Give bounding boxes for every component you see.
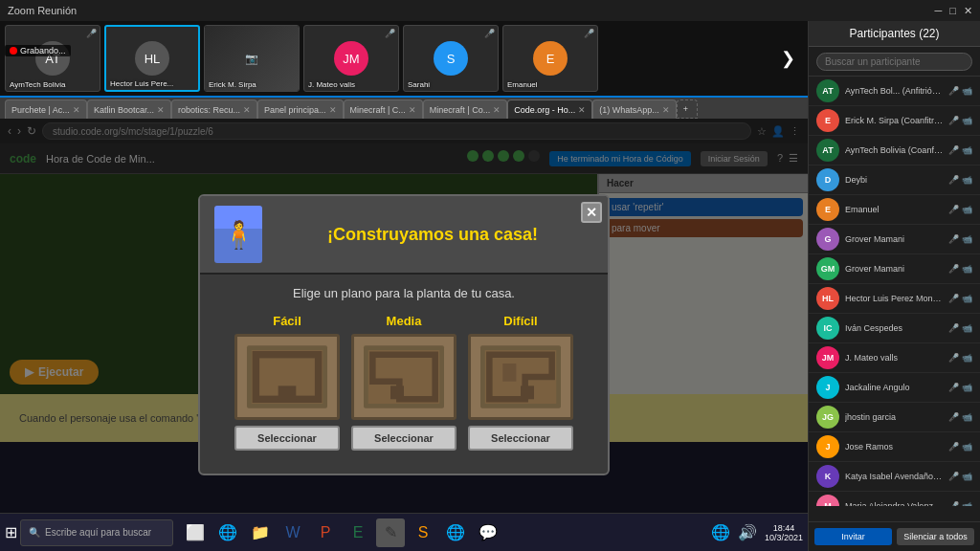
sketchbook-icon[interactable]: ✎ [376, 518, 405, 547]
browser-tab-7[interactable]: (1) WhatsApp... ✕ [592, 99, 677, 119]
restore-icon[interactable]: □ [949, 5, 956, 16]
participant-avatar: JG [816, 406, 839, 429]
participant-avatar: J [816, 435, 839, 458]
participant-icons: 🎤 📹 [948, 383, 972, 392]
tab-close-4[interactable]: ✕ [409, 105, 416, 115]
browser-tab-6[interactable]: Code.org - Ho... ✕ [507, 99, 592, 119]
mute-all-button[interactable]: Silenciar a todos [897, 528, 974, 545]
tab-label-3: Panel principa... [264, 105, 326, 115]
recording-label: Grabando... [20, 46, 66, 55]
select-hard-button[interactable]: Seleccionar [468, 426, 573, 451]
difficulty-easy: Fácil Seleccionar [234, 314, 340, 451]
participant-name: Hector Luis Perez Montaño [845, 294, 943, 303]
participant-name-5: Emanuel [507, 80, 538, 89]
browser-tab-3[interactable]: Panel principa... ✕ [257, 99, 344, 119]
mute-icon-0: 🎤 [86, 29, 97, 38]
participant-avatar: G [816, 228, 839, 251]
participant-avatar-3: JM [334, 41, 368, 76]
taskbar-search-label[interactable]: Escribe aquí para buscar [45, 527, 151, 538]
difficulty-easy-label: Fácil [273, 314, 301, 328]
tab-close-2[interactable]: ✕ [243, 105, 251, 115]
tab-close-6[interactable]: ✕ [578, 105, 586, 115]
search-icon: 🔍 [29, 527, 40, 538]
select-easy-button[interactable]: Seleccionar [234, 426, 340, 451]
difficulty-hard: Difícil Seleccionar [468, 314, 573, 451]
participant-item: J Jackaline Angulo 🎤 📹 [809, 373, 980, 403]
modal-close-button[interactable]: ✕ [581, 202, 602, 223]
participant-item: AT AynTech Bolivia (Coanfitrión) 🎤 📹 [809, 136, 980, 165]
browser-tab-0[interactable]: Purchete | Ac... ✕ [5, 99, 87, 119]
modal-title: ¡Construyamos una casa! [272, 225, 593, 245]
browser-tab-1[interactable]: Katlin Bootcar... ✕ [87, 99, 171, 119]
browser-tab-2[interactable]: robotics: Recu... ✕ [171, 99, 257, 119]
new-tab-button[interactable]: + [677, 99, 698, 119]
edge-icon[interactable]: 🌐 [213, 518, 242, 547]
participant-icons: 🎤 📹 [948, 412, 972, 422]
participant-name: Maria Alejandra Valenzuela [845, 501, 943, 506]
difficulty-hard-image [468, 334, 573, 420]
participant-avatar-5: E [533, 41, 568, 76]
taskbar: ⊞ 🔍 Escribe aquí para buscar ⬜ 🌐 📁 W P E… [0, 513, 808, 551]
participant-icons: 🎤 📹 [948, 264, 972, 274]
participant-avatar-1: HL [135, 41, 169, 76]
minimize-icon[interactable]: ─ [935, 5, 943, 16]
participant-item: D Deybi 🎤 📹 [809, 165, 980, 195]
invite-button[interactable]: Invitar [814, 528, 892, 545]
tab-close-1[interactable]: ✕ [157, 105, 165, 115]
participant-icons: 🎤 📹 [948, 323, 972, 333]
excel-icon[interactable]: E [344, 518, 372, 547]
participant-list: AT AynTech Bol... (Anfitrión, yo) 🎤 📹 E … [809, 77, 980, 506]
video-strip-arrow[interactable]: ❯ [773, 48, 803, 69]
participant-avatar: AT [816, 79, 839, 102]
modal-body: Elige un plano para la planta de tu casa… [200, 275, 608, 474]
tab-label-6: Code.org - Ho... [514, 105, 575, 115]
taskview-icon[interactable]: ⬜ [181, 518, 210, 547]
participant-icons: 🎤 📹 [948, 472, 972, 481]
participant-avatar: JM [816, 346, 839, 369]
network-icon: 🌐 [711, 523, 730, 541]
powerpoint-icon[interactable]: P [311, 518, 340, 547]
explorer-icon[interactable]: 📁 [246, 518, 275, 547]
participant-item: HL Hector Luis Perez Montaño 🎤 📹 [809, 284, 980, 314]
participant-name-3: J. Mateo valls [308, 80, 355, 89]
participant-item: JM J. Mateo valls 🎤 📹 [809, 343, 980, 373]
tab-close-3[interactable]: ✕ [329, 105, 337, 115]
video-strip: AT AymTech Bolivia 🎤 HL Hector Luis Pere… [0, 21, 808, 98]
participant-name: Deybi [845, 175, 943, 185]
windows-icon[interactable]: ⊞ [5, 523, 17, 541]
chrome-icon[interactable]: 🌐 [441, 518, 470, 547]
tab-close-0[interactable]: ✕ [73, 105, 80, 115]
word-icon[interactable]: W [278, 518, 307, 547]
svg-rect-8 [390, 386, 404, 399]
modal-header: 🧍 ¡Construyamos una casa! [200, 196, 608, 275]
scratch-icon[interactable]: S [409, 518, 437, 547]
close-icon[interactable]: ✕ [964, 5, 972, 17]
tabs-bar: Purchete | Ac... ✕ Katlin Bootcar... ✕ r… [0, 98, 808, 119]
mute-icon-3: 🎤 [385, 29, 395, 38]
participant-avatar: M [816, 495, 839, 506]
window-controls: ─ □ ✕ [935, 0, 972, 21]
tab-close-7[interactable]: ✕ [662, 105, 670, 115]
whatsapp-icon[interactable]: 💬 [474, 518, 502, 547]
select-medium-button[interactable]: Seleccionar [351, 426, 457, 451]
main-area: Grabando... AT AymTech Bolivia 🎤 HL Hect… [0, 21, 808, 551]
participant-item: AT AynTech Bol... (Anfitrión, yo) 🎤 📹 [809, 77, 980, 106]
participant-avatar-4: S [434, 41, 468, 76]
tab-label-5: Minecraft | Co... [430, 105, 490, 115]
participant-icons: 🎤 📹 [948, 353, 972, 363]
participant-avatar: D [816, 168, 839, 191]
tab-label-7: (1) WhatsApp... [599, 105, 659, 115]
browser-tab-4[interactable]: Minecraft | C... ✕ [344, 99, 423, 119]
browser-tab-5[interactable]: Minecraft | Co... ✕ [423, 99, 507, 119]
recording-indicator: Grabando... [5, 45, 71, 56]
participant-name: J. Mateo valls [845, 353, 943, 363]
participant-name: Emanuel [845, 205, 943, 214]
tab-close-5[interactable]: ✕ [493, 105, 501, 115]
participant-name: AynTech Bol... (Anfitrión, yo) [845, 86, 943, 96]
taskbar-right: 🌐 🔊 18:44 10/3/2021 [711, 523, 803, 542]
modal-overlay: ✕ 🧍 ¡Construyamos una casa! Elige un pla… [0, 119, 808, 551]
mute-icon-4: 🎤 [484, 29, 495, 38]
participants-header: Participantes (22) [809, 21, 980, 47]
video-tile-2: 📷 Erick M. Sirpa [204, 25, 300, 92]
participant-search-input[interactable] [816, 53, 972, 71]
